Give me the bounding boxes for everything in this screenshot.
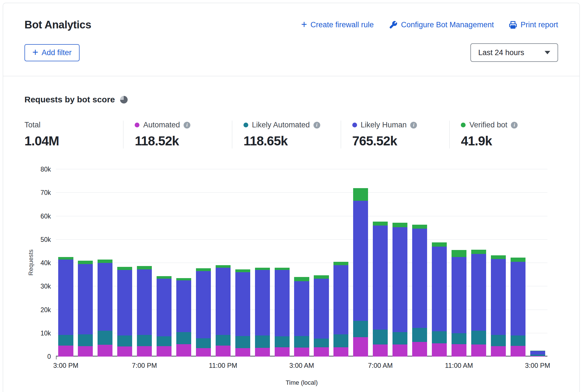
configure-bot-management-link[interactable]: Configure Bot Management: [389, 21, 494, 29]
time-range-select[interactable]: Last 24 hours: [470, 43, 558, 62]
likely-automated-dot-icon: [243, 123, 248, 127]
bar-segment-likely_automated: [176, 332, 191, 344]
bar-12[interactable]: [292, 169, 312, 357]
y-axis-title: Requests: [27, 168, 35, 357]
bar-segment-likely_automated: [333, 334, 348, 347]
bar-segment-verified_bot: [511, 258, 525, 262]
bar-1[interactable]: [76, 169, 95, 357]
bar-6[interactable]: [174, 169, 194, 357]
bar-2[interactable]: [95, 169, 115, 357]
bar-segment-verified_bot: [58, 257, 73, 259]
card-header: Bot Analytics + Create firewall rule Con…: [3, 3, 579, 76]
stat-value: 765.52k: [352, 133, 450, 148]
bar-18[interactable]: [410, 169, 430, 357]
y-tick-label: 80k: [40, 166, 51, 173]
stat-likely-automated: Likely Automated i 118.65k: [232, 121, 341, 148]
bar-5[interactable]: [154, 169, 174, 357]
bar-segment-verified_bot: [294, 277, 309, 281]
stat-likely-human: Likely Human i 765.52k: [341, 121, 450, 148]
bar-segment-verified_bot: [157, 276, 172, 278]
bar-segment-likely_human: [471, 254, 486, 331]
bar-segment-automated: [432, 343, 447, 357]
bar-segment-automated: [353, 337, 368, 357]
x-tick-label: 7:00 PM: [132, 362, 157, 370]
chart-bars: [56, 169, 547, 357]
bar-segment-likely_human: [333, 265, 348, 334]
bar-11[interactable]: [272, 169, 292, 357]
bar-segment-automated: [511, 346, 525, 357]
bar-segment-automated: [392, 344, 407, 357]
bar-segment-likely_automated: [117, 335, 132, 346]
x-tick-label: 3:00 AM: [289, 362, 314, 370]
bar-segment-verified_bot: [78, 261, 93, 264]
automated-dot-icon: [135, 123, 139, 127]
bar-23[interactable]: [508, 169, 528, 357]
bar-4[interactable]: [135, 169, 154, 357]
bar-segment-automated: [196, 348, 211, 357]
info-icon[interactable]: i: [184, 122, 190, 129]
bar-8[interactable]: [213, 169, 233, 357]
bar-segment-likely_automated: [353, 321, 368, 337]
plus-icon: +: [301, 19, 307, 30]
bar-segment-verified_bot: [137, 266, 152, 269]
bar-10[interactable]: [252, 169, 272, 357]
bar-segment-likely_automated: [216, 335, 231, 346]
bar-21[interactable]: [469, 169, 488, 357]
bar-segment-automated: [491, 346, 506, 357]
bar-segment-likely_automated: [255, 335, 270, 348]
section-title-row: Requests by bot score: [3, 76, 579, 104]
bar-segment-automated: [255, 348, 270, 357]
stat-total: Total 1.04M: [24, 121, 123, 148]
bar-segment-automated: [452, 344, 466, 357]
bar-16[interactable]: [371, 169, 390, 357]
bar-segment-verified_bot: [412, 225, 427, 229]
info-icon[interactable]: i: [511, 122, 518, 129]
bar-13[interactable]: [312, 169, 331, 357]
section-title: Requests by bot score: [24, 95, 115, 104]
bar-segment-automated: [412, 342, 427, 357]
requests-chart: Requests 010k20k30k40k50k60k70k80k 3:00 …: [24, 168, 551, 389]
bar-14[interactable]: [331, 169, 351, 357]
add-filter-button[interactable]: + Add filter: [24, 44, 80, 61]
bar-segment-automated: [137, 346, 152, 357]
bar-15[interactable]: [351, 169, 371, 357]
info-icon[interactable]: i: [313, 122, 320, 129]
bar-segment-likely_automated: [511, 335, 525, 346]
bar-22[interactable]: [488, 169, 508, 357]
bar-0[interactable]: [56, 169, 76, 357]
bar-segment-verified_bot: [471, 250, 486, 254]
action-label: Configure Bot Management: [401, 21, 494, 29]
bar-segment-likely_human: [530, 351, 545, 355]
x-tick-label: 3:00 PM: [525, 362, 550, 370]
bar-segment-automated: [117, 346, 132, 357]
bar-segment-likely_automated: [157, 336, 172, 346]
add-filter-label: Add filter: [42, 48, 72, 57]
bar-segment-likely_automated: [58, 335, 73, 346]
wrench-icon: [389, 21, 398, 29]
bar-7[interactable]: [193, 169, 213, 357]
print-report-link[interactable]: Print report: [509, 21, 558, 29]
bar-20[interactable]: [449, 169, 469, 357]
bar-segment-likely_automated: [432, 331, 447, 343]
chevron-down-icon: [545, 51, 550, 54]
info-icon[interactable]: i: [410, 122, 417, 129]
y-tick-label: 20k: [40, 306, 51, 314]
likely-human-dot-icon: [352, 123, 357, 127]
bar-segment-likely_automated: [78, 334, 93, 346]
create-firewall-rule-link[interactable]: + Create firewall rule: [301, 20, 374, 30]
bar-segment-likely_automated: [373, 330, 388, 344]
bar-segment-likely_automated: [471, 331, 486, 344]
bar-segment-likely_automated: [275, 336, 290, 347]
bar-segment-automated: [333, 347, 348, 357]
bar-3[interactable]: [115, 169, 135, 357]
verified-bot-dot-icon: [461, 123, 466, 127]
bar-17[interactable]: [390, 169, 410, 357]
bar-24[interactable]: [528, 169, 547, 357]
header-actions: + Create firewall rule Configure Bot Man…: [301, 20, 558, 30]
time-range-value: Last 24 hours: [478, 48, 524, 57]
bar-segment-verified_bot: [98, 260, 112, 263]
bar-9[interactable]: [233, 169, 252, 357]
bar-19[interactable]: [430, 169, 449, 357]
y-tick-label: 70k: [40, 189, 51, 197]
bar-segment-likely_human: [216, 268, 231, 335]
